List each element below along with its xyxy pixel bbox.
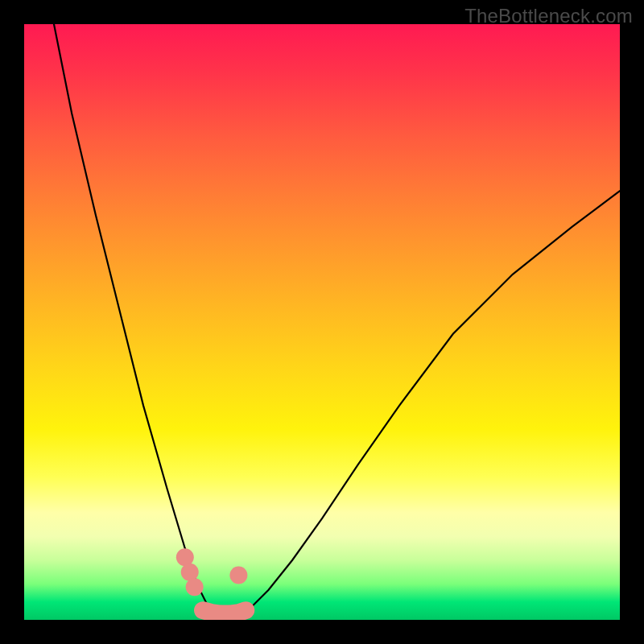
- data-marker: [186, 578, 204, 596]
- curve-left-branch: [54, 24, 215, 615]
- curve-right-branch: [238, 191, 620, 615]
- plot-area: [24, 24, 620, 620]
- chart-frame: TheBottleneck.com: [0, 0, 644, 644]
- data-marker: [229, 567, 247, 584]
- bottom-marker-band: [203, 610, 246, 613]
- curve-layer: [24, 24, 620, 620]
- watermark-label: TheBottleneck.com: [464, 5, 633, 27]
- data-markers: [176, 548, 248, 596]
